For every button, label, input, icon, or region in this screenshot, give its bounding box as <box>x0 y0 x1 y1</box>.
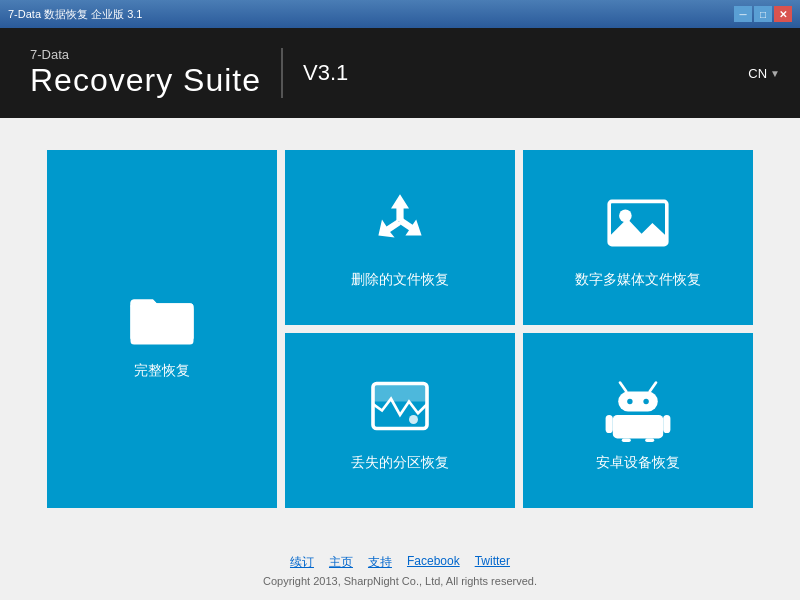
titlebar-controls: ─ □ ✕ <box>734 6 792 22</box>
tile-media-recovery[interactable]: 数字多媒体文件恢复 <box>523 150 753 325</box>
footer-links: 续订 主页 支持 Facebook Twitter <box>290 554 510 571</box>
tile-partition-recovery[interactable]: 丢失的分区恢复 <box>285 333 515 508</box>
maximize-button[interactable]: □ <box>754 6 772 22</box>
close-button[interactable]: ✕ <box>774 6 792 22</box>
tile-android-recovery[interactable]: 安卓设备恢复 <box>523 333 753 508</box>
tile-partition-recovery-label: 丢失的分区恢复 <box>351 454 449 472</box>
minimize-button[interactable]: ─ <box>734 6 752 22</box>
svg-rect-14 <box>606 415 613 433</box>
link-facebook[interactable]: Facebook <box>407 554 460 571</box>
header-divider <box>281 48 283 98</box>
svg-rect-6 <box>373 383 427 401</box>
svg-rect-16 <box>622 438 631 442</box>
content-area: 完整恢复 <box>0 118 800 540</box>
tile-deleted-recovery-label: 删除的文件恢复 <box>351 271 449 289</box>
header: 7-Data Recovery Suite V3.1 CN ▼ <box>0 28 800 118</box>
svg-point-11 <box>627 398 632 403</box>
svg-rect-17 <box>645 438 654 442</box>
android-icon <box>602 370 674 442</box>
language-selector[interactable]: CN ▼ <box>748 66 780 81</box>
titlebar: 7-Data 数据恢复 企业版 3.1 ─ □ ✕ <box>0 0 800 28</box>
language-code: CN <box>748 66 767 81</box>
svg-point-12 <box>643 398 648 403</box>
tile-complete-recovery[interactable]: 完整恢复 <box>47 150 277 508</box>
svg-point-3 <box>619 209 632 222</box>
harddisk-icon <box>364 370 436 442</box>
svg-point-7 <box>409 415 418 424</box>
svg-rect-13 <box>613 415 663 438</box>
language-arrow: ▼ <box>770 68 780 79</box>
titlebar-title: 7-Data 数据恢复 企业版 3.1 <box>8 7 142 22</box>
copyright: Copyright 2013, SharpNight Co., Ltd, All… <box>263 575 537 587</box>
svg-line-8 <box>620 382 626 391</box>
logo-main: Recovery Suite <box>30 62 261 99</box>
recycle-icon <box>364 187 436 259</box>
tile-android-recovery-label: 安卓设备恢复 <box>596 454 680 472</box>
footer: 续订 主页 支持 Facebook Twitter Copyright 2013… <box>0 540 800 600</box>
link-support[interactable]: 支持 <box>368 554 392 571</box>
folder-icon <box>126 278 198 350</box>
tile-deleted-recovery[interactable]: 删除的文件恢复 <box>285 150 515 325</box>
tile-complete-recovery-label: 完整恢复 <box>134 362 190 380</box>
svg-rect-10 <box>618 391 658 411</box>
logo-top: 7-Data <box>30 47 261 62</box>
svg-marker-4 <box>609 218 667 244</box>
tile-media-recovery-label: 数字多媒体文件恢复 <box>575 271 701 289</box>
main-window: 7-Data Recovery Suite V3.1 CN ▼ <box>0 28 800 600</box>
svg-rect-15 <box>663 415 670 433</box>
image-icon <box>602 187 674 259</box>
svg-line-9 <box>650 382 656 391</box>
logo: 7-Data Recovery Suite <box>30 47 261 99</box>
tile-grid: 完整恢复 <box>47 150 753 508</box>
version-label: V3.1 <box>303 60 348 86</box>
link-renew[interactable]: 续订 <box>290 554 314 571</box>
link-home[interactable]: 主页 <box>329 554 353 571</box>
link-twitter[interactable]: Twitter <box>475 554 510 571</box>
